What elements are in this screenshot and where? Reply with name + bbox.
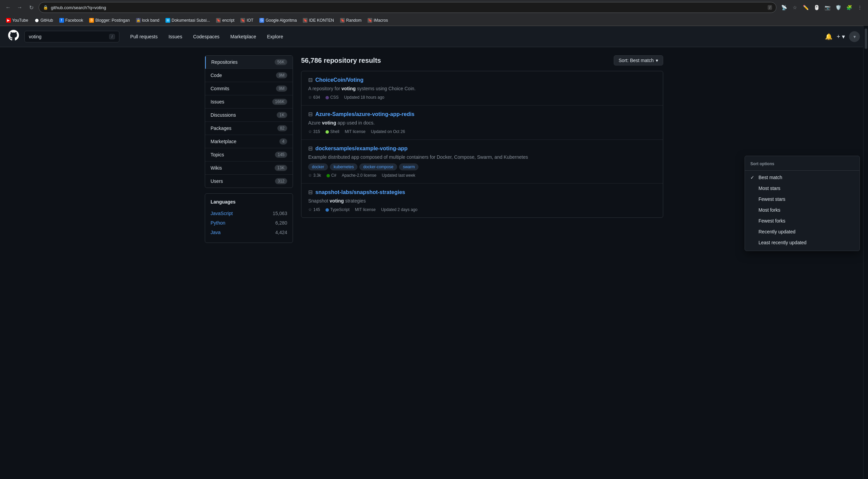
nav-explore[interactable]: Explore xyxy=(262,26,289,47)
language-item-python[interactable]: Python6,280 xyxy=(211,218,287,228)
page-scrollbar[interactable] xyxy=(863,26,868,479)
favicon-lockband: 🔒 xyxy=(136,18,141,23)
repo-tag[interactable]: swarm xyxy=(399,164,418,170)
bookmark-ide-konten[interactable]: 🔖IDE KONTEN xyxy=(300,17,336,24)
url-input[interactable] xyxy=(51,5,765,10)
bookmark-label-microsoft: Dokumentasi Subsi... xyxy=(172,18,210,23)
language-item-javascript[interactable]: JavaScript15,063 xyxy=(211,209,287,218)
bookmark-youtube[interactable]: ▶YouTube xyxy=(3,17,31,24)
repo-name[interactable]: snapshot-labs/snapshot-strategies xyxy=(315,189,405,195)
sort-option-most-forks[interactable]: Most forks xyxy=(745,205,860,215)
back-button[interactable]: ← xyxy=(3,3,13,12)
nav-buttons: ← → ↻ xyxy=(3,3,36,12)
search-input[interactable] xyxy=(29,34,106,39)
bookmark-iot[interactable]: 🔖IOT xyxy=(238,17,256,24)
language-count-javascript: 15,063 xyxy=(273,211,287,216)
repo-tag[interactable]: docker-compose xyxy=(359,164,397,170)
camera-icon[interactable]: 📷 xyxy=(823,3,832,12)
cursor-icon[interactable]: 🖱️ xyxy=(812,3,821,12)
bookmark-microsoft[interactable]: ⊞Dokumentasi Subsi... xyxy=(163,17,213,24)
favicon-ide-konten: 🔖 xyxy=(303,18,308,23)
sidebar-item-issues[interactable]: Issues166K xyxy=(205,95,293,109)
sidebar-item-commits[interactable]: Commits9M xyxy=(205,82,293,95)
bookmark-blogger[interactable]: BBlogger: Postingan xyxy=(86,17,132,24)
github-header: / Pull requests Issues Codespaces Market… xyxy=(0,26,868,47)
language-item-java[interactable]: Java4,424 xyxy=(211,228,287,237)
shield-icon[interactable]: 🛡️ xyxy=(833,3,843,12)
sort-option-recently-updated[interactable]: Recently updated xyxy=(745,226,860,237)
bookmark-star-icon[interactable]: ☆ xyxy=(790,3,800,12)
repo-header: ⊟ ChoiceCoin/Voting xyxy=(308,77,656,83)
reload-button[interactable]: ↻ xyxy=(26,3,36,12)
forward-button[interactable]: → xyxy=(15,3,24,12)
sort-option-best-match[interactable]: ✓Best match xyxy=(745,172,860,183)
nav-codespaces[interactable]: Codespaces xyxy=(188,26,225,47)
sidebar-item-repositories[interactable]: Repositories56K xyxy=(205,56,293,69)
repo-meta: ☆ 3.3k C# Apache-2.0 license Updated las… xyxy=(308,173,656,178)
create-dropdown[interactable]: + ▾ xyxy=(836,33,845,40)
lang-dot xyxy=(326,130,329,134)
search-shortcut: / xyxy=(109,34,115,39)
repo-desc: Azure voting app used in docs. xyxy=(308,119,656,127)
sort-button[interactable]: Sort: Best match ▾ xyxy=(614,55,663,65)
screenshot-icon[interactable]: ✏️ xyxy=(801,3,810,12)
favicon-youtube: ▶ xyxy=(6,18,11,23)
bookmark-facebook[interactable]: fFacebook xyxy=(57,17,86,24)
sort-option-least-recently-updated[interactable]: Least recently updated xyxy=(745,237,860,248)
scrollbar-thumb[interactable] xyxy=(865,28,867,49)
repo-name[interactable]: dockersamples/example-voting-app xyxy=(315,146,408,152)
extensions-icon[interactable]: 🧩 xyxy=(844,3,854,12)
repo-name[interactable]: Azure-Samples/azure-voting-app-redis xyxy=(315,111,415,117)
sidebar-label-commits: Commits xyxy=(211,86,229,91)
sidebar-item-code[interactable]: Code9M xyxy=(205,69,293,82)
lang-dot xyxy=(326,96,329,99)
address-bar[interactable]: 🔒 / xyxy=(39,2,776,13)
bookmark-random[interactable]: 🔖Random xyxy=(337,17,364,24)
notifications-icon[interactable]: 🔔 xyxy=(825,33,832,40)
sidebar-item-marketplace[interactable]: Marketplace4 xyxy=(205,135,293,148)
sidebar-item-topics[interactable]: Topics145 xyxy=(205,148,293,161)
sort-option-most-stars[interactable]: Most stars xyxy=(745,183,860,194)
nav-marketplace[interactable]: Marketplace xyxy=(225,26,261,47)
language-label-java: Java xyxy=(211,230,221,235)
github-search[interactable]: / xyxy=(24,31,119,42)
repo-name[interactable]: ChoiceCoin/Voting xyxy=(315,77,363,83)
sort-option-fewest-forks[interactable]: Fewest forks xyxy=(745,215,860,226)
repo-language: C# xyxy=(327,173,336,178)
nav-issues[interactable]: Issues xyxy=(163,26,188,47)
bookmark-github[interactable]: ⬤GitHub xyxy=(32,17,56,24)
user-avatar[interactable]: ▾ xyxy=(849,31,860,42)
repo-stars: ☆ 634 xyxy=(308,95,320,100)
sort-label-least-recently-updated: Least recently updated xyxy=(758,240,807,245)
bookmark-google-algo[interactable]: GGoogle Algoritma xyxy=(257,17,299,24)
favicon-github: ⬤ xyxy=(34,18,39,23)
sidebar-item-packages[interactable]: Packages82 xyxy=(205,122,293,135)
sidebar-item-users[interactable]: Users312 xyxy=(205,175,293,188)
sort-option-fewest-stars[interactable]: Fewest stars xyxy=(745,194,860,205)
repo-tag[interactable]: kubernetes xyxy=(330,164,357,170)
sidebar-item-discussions[interactable]: Discussions1K xyxy=(205,109,293,122)
repo-tag[interactable]: docker xyxy=(308,164,328,170)
bookmark-lockband[interactable]: 🔒lock band xyxy=(133,17,162,24)
bookmark-encript[interactable]: 🔖encript xyxy=(213,17,237,24)
nav-pull-requests[interactable]: Pull requests xyxy=(125,26,163,47)
sidebar-item-wikis[interactable]: Wikis13K xyxy=(205,161,293,175)
browser-menu-icon[interactable]: ⋮ xyxy=(855,3,865,12)
languages-section: Languages JavaScript15,063Python6,280Jav… xyxy=(205,193,293,243)
bookmark-imacros[interactable]: 🔖iMacros xyxy=(365,17,391,24)
sidebar-label-wikis: Wikis xyxy=(211,165,222,171)
sidebar-label-repositories: Repositories xyxy=(211,59,238,65)
sidebar-badge-commits: 9M xyxy=(276,85,287,92)
bookmark-label-google-algo: Google Algoritma xyxy=(265,18,297,23)
repo-header: ⊟ dockersamples/example-voting-app xyxy=(308,145,656,152)
favicon-microsoft: ⊞ xyxy=(165,18,170,23)
repo-icon: ⊟ xyxy=(308,145,313,152)
star-count: 3.3k xyxy=(313,173,321,178)
repo-header: ⊟ Azure-Samples/azure-voting-app-redis xyxy=(308,111,656,117)
cast-icon[interactable]: 📡 xyxy=(779,3,789,12)
repo-item: ⊟ snapshot-labs/snapshot-strategies Snap… xyxy=(301,184,663,217)
repo-meta: ☆ 634 CSS Updated 18 hours ago xyxy=(308,95,656,100)
repo-meta: ☆ 315 Shell MIT license Updated on Oct 2… xyxy=(308,129,656,134)
favicon-imacros: 🔖 xyxy=(368,18,372,23)
github-logo[interactable] xyxy=(8,30,19,43)
